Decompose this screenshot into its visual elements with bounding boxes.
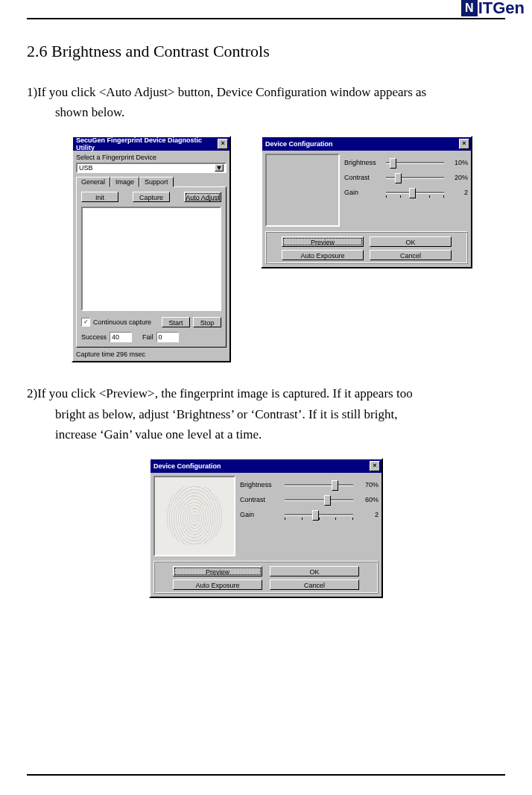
- diagnostic-window-title: SecuGen Fingerprint Device Diagnostic Ut…: [76, 136, 218, 151]
- brightness-label: Brightness: [344, 159, 380, 166]
- tab-strip: General Image Support: [76, 176, 227, 186]
- fingerprint-icon: [165, 485, 224, 546]
- fail-label: Fail: [142, 333, 153, 341]
- tab-general[interactable]: General: [76, 177, 110, 187]
- brightness-slider[interactable]: [386, 157, 444, 169]
- capture-button[interactable]: Capture: [133, 192, 170, 202]
- gain-label: Gain: [240, 511, 279, 518]
- brand-logo-text: ITGen: [478, 0, 525, 18]
- gain-slider[interactable]: [386, 186, 444, 198]
- brand-logo-icon: N: [461, 0, 478, 16]
- cancel-button[interactable]: Cancel: [270, 579, 359, 590]
- device-config-window-1: Device Configuration × Brightness 10% Co…: [261, 136, 472, 268]
- auto-exposure-button[interactable]: Auto Exposure: [173, 579, 262, 590]
- preview-button[interactable]: Preview: [282, 236, 364, 247]
- success-field[interactable]: 40: [110, 332, 132, 342]
- contrast-label: Contrast: [344, 174, 380, 181]
- fingerprint-preview-bright: [153, 476, 235, 556]
- contrast-label: Contrast: [240, 496, 279, 503]
- device-config-window-2: Device Configuration × Brightness 70%: [149, 458, 383, 598]
- tab-image[interactable]: Image: [110, 177, 139, 187]
- brightness-value: 70%: [359, 481, 379, 488]
- brightness-slider[interactable]: [285, 479, 353, 491]
- gain-label: Gain: [344, 189, 380, 196]
- start-button[interactable]: Start: [162, 317, 190, 327]
- section-heading: 2.6 Brightness and Contrast Controls: [27, 42, 505, 61]
- status-text: Capture time 296 msec: [76, 351, 227, 358]
- tab-support[interactable]: Support: [139, 177, 174, 187]
- footer-rule: [27, 774, 505, 776]
- stop-button[interactable]: Stop: [193, 317, 221, 327]
- select-device-label: Select a Fingerprint Device: [76, 154, 227, 161]
- gain-value: 2: [359, 511, 379, 518]
- brand-logo: NITGen: [461, 0, 525, 18]
- fail-field[interactable]: 0: [156, 332, 179, 342]
- ok-button[interactable]: OK: [370, 236, 452, 247]
- gain-slider[interactable]: [285, 509, 353, 521]
- success-label: Success: [81, 333, 107, 341]
- close-icon[interactable]: ×: [459, 139, 469, 149]
- step-1-text: 1)If you click <Auto Adjust> button, Dev…: [27, 82, 505, 122]
- fingerprint-preview-empty: [265, 154, 340, 227]
- close-icon[interactable]: ×: [218, 139, 228, 149]
- auto-adjust-button[interactable]: Auto Adjust: [184, 192, 221, 202]
- preview-area: [81, 207, 221, 311]
- step-2-text: 2)If you click <Preview>, the fingerprin…: [27, 383, 505, 444]
- continuous-capture-label: Continuous capture: [93, 318, 159, 326]
- gain-value: 2: [450, 189, 468, 196]
- init-button[interactable]: Init: [81, 192, 118, 202]
- contrast-slider[interactable]: [285, 494, 353, 506]
- contrast-value: 20%: [450, 174, 468, 181]
- auto-exposure-button[interactable]: Auto Exposure: [282, 250, 364, 260]
- contrast-slider[interactable]: [386, 172, 444, 183]
- device-select[interactable]: USB ▼: [76, 163, 227, 173]
- cancel-button[interactable]: Cancel: [370, 250, 452, 260]
- preview-button[interactable]: Preview: [173, 566, 262, 576]
- continuous-capture-checkbox[interactable]: ✓: [81, 318, 90, 327]
- ok-button[interactable]: OK: [270, 566, 359, 576]
- close-icon[interactable]: ×: [370, 461, 380, 471]
- brightness-label: Brightness: [240, 481, 279, 488]
- contrast-value: 60%: [359, 496, 379, 503]
- diagnostic-window: SecuGen Fingerprint Device Diagnostic Ut…: [72, 136, 231, 362]
- chevron-down-icon[interactable]: ▼: [215, 164, 224, 172]
- header-rule: [27, 18, 505, 19]
- brightness-value: 10%: [450, 159, 468, 166]
- device-config-title-2: Device Configuration: [153, 462, 221, 470]
- device-config-title-1: Device Configuration: [265, 140, 333, 148]
